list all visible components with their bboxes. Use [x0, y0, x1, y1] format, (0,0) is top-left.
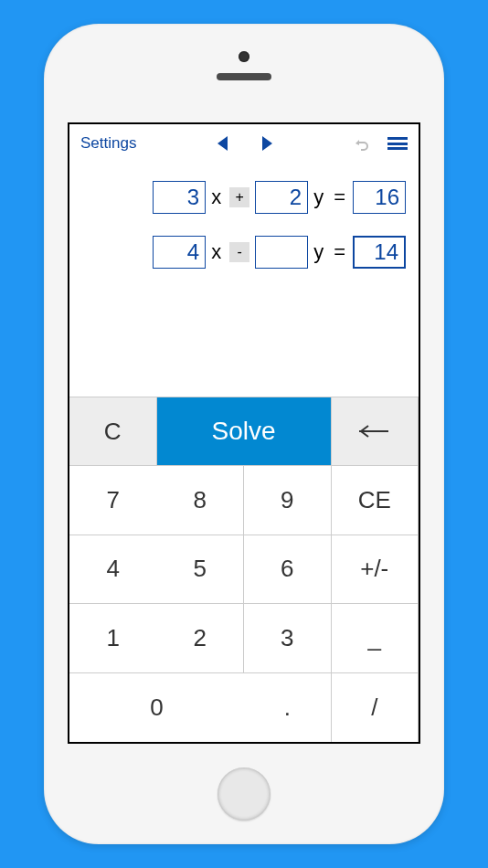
nav-arrows — [136, 136, 353, 151]
coef-a2[interactable]: 4 — [153, 236, 206, 269]
phone-frame: Settings 3 x + 2 y = 16 — [44, 24, 444, 844]
speaker-slot — [217, 73, 271, 80]
key-7[interactable]: 7 — [69, 466, 157, 535]
clear-button[interactable]: C — [69, 397, 157, 466]
eq-sign: = — [332, 240, 347, 264]
camera-dot — [239, 51, 249, 62]
top-toolbar: Settings — [69, 124, 419, 163]
prev-arrow-icon[interactable] — [217, 136, 228, 151]
coef-b1[interactable]: 2 — [255, 181, 308, 214]
var-y: y — [313, 185, 326, 209]
coef-c1[interactable]: 16 — [353, 181, 406, 214]
key-6[interactable]: 6 — [244, 535, 332, 604]
op-1[interactable]: + — [229, 187, 249, 207]
backspace-icon — [359, 424, 390, 439]
key-3[interactable]: 3 — [244, 604, 332, 672]
coef-c2[interactable]: 14 — [353, 236, 406, 269]
coef-a1[interactable]: 3 — [153, 181, 206, 214]
var-x: x — [211, 185, 224, 209]
decimal-button[interactable]: . — [244, 673, 332, 742]
var-y: y — [313, 240, 326, 264]
settings-button[interactable]: Settings — [80, 134, 136, 153]
plus-minus-button[interactable]: +/- — [332, 535, 419, 604]
equation-row-1: 3 x + 2 y = 16 — [82, 181, 406, 214]
eq-sign: = — [332, 185, 347, 209]
key-5[interactable]: 5 — [157, 535, 245, 604]
key-9[interactable]: 9 — [244, 466, 332, 535]
fraction-slash-button[interactable]: / — [332, 673, 419, 742]
backspace-button[interactable] — [332, 397, 419, 466]
next-arrow-icon[interactable] — [262, 136, 272, 151]
keypad: C Solve 7 8 9 CE 4 5 6 +/- 1 2 3 _ 0 . / — [69, 397, 419, 742]
var-x: x — [211, 240, 224, 264]
key-0[interactable]: 0 — [69, 673, 244, 742]
equation-row-2: 4 x - y = 14 — [82, 236, 406, 269]
home-button[interactable] — [217, 767, 271, 820]
equation-area: 3 x + 2 y = 16 4 x - y = 14 — [69, 163, 419, 397]
key-4[interactable]: 4 — [69, 535, 157, 604]
app-screen: Settings 3 x + 2 y = 16 — [68, 122, 420, 744]
key-2[interactable]: 2 — [157, 604, 245, 672]
clear-entry-button[interactable]: CE — [332, 466, 419, 535]
key-1[interactable]: 1 — [69, 604, 157, 672]
solve-button[interactable]: Solve — [157, 397, 332, 466]
coef-b2[interactable] — [255, 236, 308, 269]
menu-icon[interactable] — [387, 137, 408, 150]
key-8[interactable]: 8 — [157, 466, 245, 535]
undo-icon[interactable] — [353, 136, 371, 151]
op-2[interactable]: - — [229, 242, 249, 262]
fraction-bar-button[interactable]: _ — [332, 604, 419, 672]
